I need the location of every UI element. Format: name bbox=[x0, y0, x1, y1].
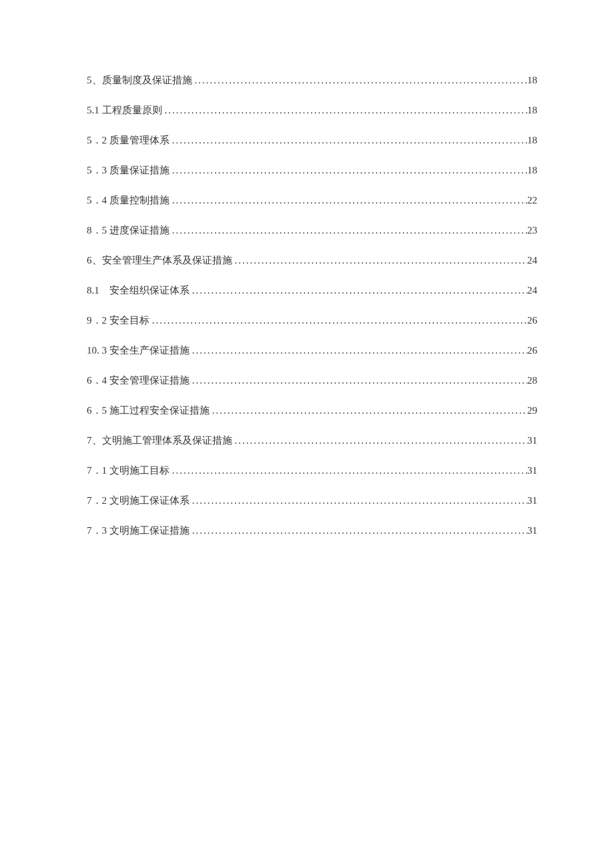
toc-entry-page: 26 bbox=[527, 344, 537, 358]
toc-dots bbox=[190, 494, 527, 508]
toc-entry: 7．3 文明施工保证措施 31 bbox=[87, 524, 537, 538]
toc-dots bbox=[162, 103, 528, 117]
toc-entry: 10. 3 安全生产保证措施 26 bbox=[87, 344, 537, 358]
toc-entry-label: 6．4 安全管理保证措施 bbox=[87, 374, 190, 388]
toc-dots bbox=[190, 374, 527, 388]
toc-entry: 5.1 工程质量原则 18 bbox=[87, 103, 537, 117]
toc-entry: 5、质量制度及保证措施 18 bbox=[87, 73, 537, 87]
toc-entry-label: 5、质量制度及保证措施 bbox=[87, 73, 192, 87]
toc-entry-page: 31 bbox=[527, 464, 537, 478]
toc-entry-page: 23 bbox=[527, 224, 537, 238]
toc-entry-label: 5.1 工程质量原则 bbox=[87, 103, 162, 117]
toc-entry: 6、安全管理生产体系及保证措施 24 bbox=[87, 254, 537, 268]
toc-dots bbox=[210, 404, 527, 418]
toc-entry: 7．1 文明施工目标 31 bbox=[87, 464, 537, 478]
toc-entry-label: 8．5 进度保证措施 bbox=[87, 224, 170, 238]
toc-entry: 6．5 施工过程安全保证措施 29 bbox=[87, 404, 537, 418]
toc-entry: 6．4 安全管理保证措施 28 bbox=[87, 374, 537, 388]
toc-entry-label: 6．5 施工过程安全保证措施 bbox=[87, 404, 210, 418]
toc-entry: 5．2 质量管理体系 18 bbox=[87, 133, 537, 147]
toc-dots bbox=[232, 434, 528, 448]
toc-entry: 8.1 安全组织保证体系 24 bbox=[87, 284, 537, 298]
toc-entry-label: 5．2 质量管理体系 bbox=[87, 133, 170, 147]
toc-entry-label: 7．2 文明施工保证体系 bbox=[87, 494, 190, 508]
toc-entry-page: 18 bbox=[527, 103, 537, 117]
toc-entry-page: 18 bbox=[527, 133, 537, 147]
toc-dots bbox=[190, 284, 527, 298]
table-of-contents: 5、质量制度及保证措施 18 5.1 工程质量原则 18 5．2 质量管理体系 … bbox=[87, 73, 537, 538]
toc-dots bbox=[149, 314, 527, 328]
toc-entry-label: 7、文明施工管理体系及保证措施 bbox=[87, 434, 232, 448]
toc-entry-page: 24 bbox=[527, 254, 537, 268]
toc-entry-page: 28 bbox=[527, 374, 537, 388]
toc-entry-label: 8.1 安全组织保证体系 bbox=[87, 284, 190, 298]
toc-entry-page: 18 bbox=[527, 73, 537, 87]
toc-dots bbox=[170, 163, 527, 177]
toc-dots bbox=[190, 344, 527, 358]
toc-dots bbox=[190, 524, 527, 538]
toc-entry: 7、文明施工管理体系及保证措施 31 bbox=[87, 434, 537, 448]
toc-dots bbox=[170, 224, 527, 238]
toc-entry-page: 31 bbox=[527, 494, 537, 508]
toc-entry-label: 9．2 安全目标 bbox=[87, 314, 149, 328]
toc-dots bbox=[170, 464, 527, 478]
toc-entry: 5．4 质量控制措施 22 bbox=[87, 193, 537, 207]
toc-entry-page: 24 bbox=[527, 284, 537, 298]
toc-entry-label: 10. 3 安全生产保证措施 bbox=[87, 344, 190, 358]
toc-dots bbox=[170, 133, 527, 147]
toc-entry-label: 5．3 质量保证措施 bbox=[87, 163, 170, 177]
toc-entry: 7．2 文明施工保证体系 31 bbox=[87, 494, 537, 508]
toc-entry-label: 6、安全管理生产体系及保证措施 bbox=[87, 254, 232, 268]
toc-entry-page: 22 bbox=[527, 193, 537, 207]
toc-entry-page: 31 bbox=[527, 524, 537, 538]
toc-entry: 8．5 进度保证措施 23 bbox=[87, 224, 537, 238]
toc-dots bbox=[192, 73, 528, 87]
toc-dots bbox=[232, 254, 528, 268]
toc-dots bbox=[170, 193, 527, 207]
toc-entry-label: 5．4 质量控制措施 bbox=[87, 193, 170, 207]
toc-entry: 9．2 安全目标 26 bbox=[87, 314, 537, 328]
toc-entry-page: 26 bbox=[527, 314, 537, 328]
toc-entry-page: 18 bbox=[527, 163, 537, 177]
toc-entry-label: 7．1 文明施工目标 bbox=[87, 464, 170, 478]
toc-entry: 5．3 质量保证措施 18 bbox=[87, 163, 537, 177]
toc-entry-label: 7．3 文明施工保证措施 bbox=[87, 524, 190, 538]
toc-entry-page: 31 bbox=[527, 434, 537, 448]
toc-entry-page: 29 bbox=[527, 404, 537, 418]
